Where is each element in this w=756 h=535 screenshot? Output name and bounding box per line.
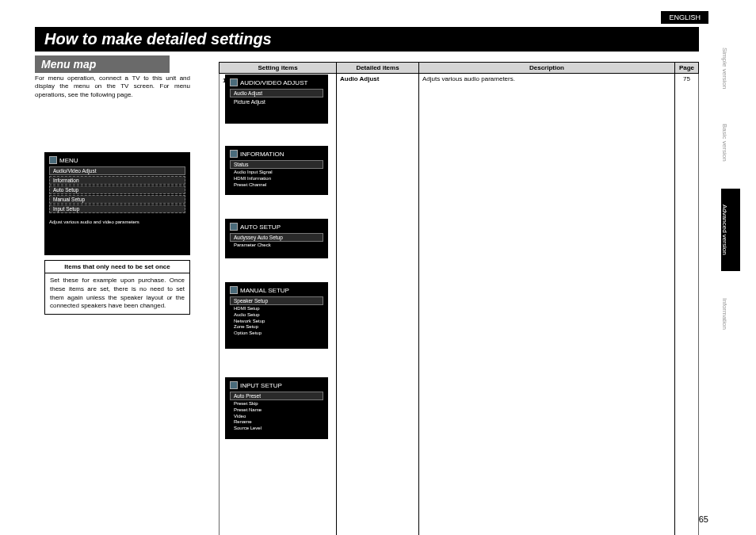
menu-icon <box>49 156 57 164</box>
osd-manual-setup: MANUAL SETUPSpeaker SetupHDMI SetupAudio… <box>225 282 328 349</box>
osd-item: Auto Setup <box>49 185 185 194</box>
osd-input-setup: INPUT SETUPAuto PresetPreset SkipPreset … <box>225 377 328 439</box>
osd-footer: Adjust various audio and video parameter… <box>49 220 185 224</box>
tab-advanced[interactable]: Advanced version <box>721 189 740 271</box>
osd-item: Audio/Video Adjust <box>49 166 185 175</box>
page-title: How to make detailed settings <box>35 27 699 52</box>
tab-information[interactable]: Information <box>721 290 740 338</box>
osd-item: Manual Setup <box>49 195 185 204</box>
osd-auto-setup: AUTO SETUPAudyssey Auto SetupParameter C… <box>225 219 328 258</box>
osd-item: Information <box>49 176 185 185</box>
th-desc: Description <box>419 63 675 74</box>
osd-item: Input Setup <box>49 204 185 213</box>
page-number: 65 <box>699 514 708 524</box>
menu-icon <box>230 223 238 231</box>
osd-audio-video: AUDIO/VIDEO ADJUSTAudio AdjustPicture Ad… <box>225 75 328 124</box>
th-detail: Detailed items <box>337 63 419 74</box>
items-once-head: Items that only need to be set once <box>45 261 189 273</box>
items-once-box: Items that only need to be set once Set … <box>44 260 190 315</box>
side-nav: Simple version Basic version Advanced ve… <box>721 40 740 338</box>
th-setting: Setting items <box>220 63 337 74</box>
osd-main-menu: MENU Audio/Video Adjust Information Auto… <box>44 152 190 255</box>
menu-icon <box>230 286 238 294</box>
menu-map-heading: Menu map <box>35 55 170 73</box>
tab-basic[interactable]: Basic version <box>721 116 740 170</box>
menu-icon <box>230 381 238 389</box>
tab-simple[interactable]: Simple version <box>721 40 740 97</box>
items-once-body: Set these for example upon purchase. Onc… <box>45 273 189 314</box>
language-tab: ENGLISH <box>661 11 708 24</box>
menu-icon <box>230 150 238 158</box>
menu-map-text: For menu operation, connect a TV to this… <box>35 75 190 99</box>
th-page: Page <box>675 63 699 74</box>
menu-icon <box>230 78 238 86</box>
osd-information: INFORMATIONStatusAudio Input SignalHDMI … <box>225 146 328 195</box>
